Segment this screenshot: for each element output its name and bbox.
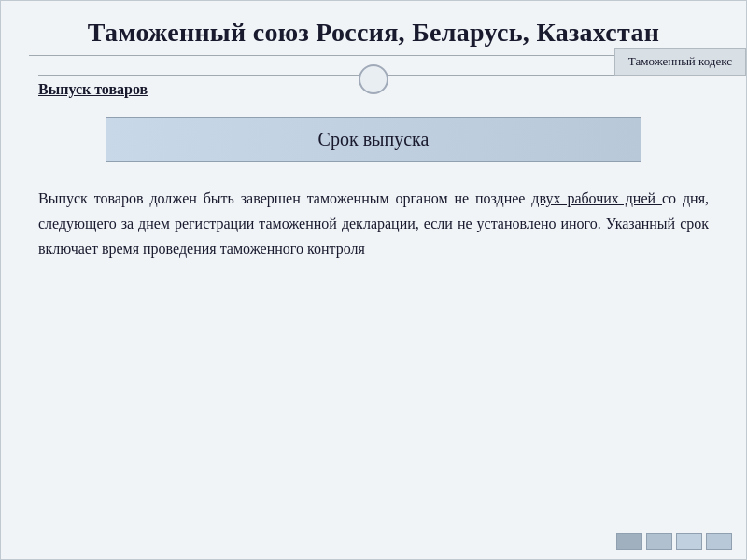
- footer-block-3: [676, 533, 702, 550]
- badge-container: Таможенный кодекс: [614, 48, 746, 76]
- section-banner: Срок выпуска: [106, 117, 641, 162]
- circle-decoration: [359, 64, 388, 94]
- main-paragraph: Выпуск товаров должен быть завершен тамо…: [38, 186, 709, 262]
- paragraph-before: Выпуск товаров должен быть завершен тамо…: [38, 190, 531, 206]
- status-badge: Таможенный кодекс: [614, 48, 746, 76]
- banner-container: Срок выпуска: [38, 117, 709, 162]
- footer-block-1: [616, 533, 642, 550]
- slide-header: Таможенный союз Россия, Беларусь, Казахс…: [1, 1, 746, 65]
- footer-decoration: [616, 533, 732, 550]
- paragraph-highlight: двух рабочих дней: [531, 190, 662, 206]
- footer-block-4: [706, 533, 732, 550]
- slide: Таможенный союз Россия, Беларусь, Казахс…: [0, 0, 747, 560]
- footer-block-2: [646, 533, 672, 550]
- page-title: Таможенный союз Россия, Беларусь, Казахс…: [29, 18, 718, 48]
- content-area: Выпуск товаров Срок выпуска Выпуск товар…: [1, 65, 746, 281]
